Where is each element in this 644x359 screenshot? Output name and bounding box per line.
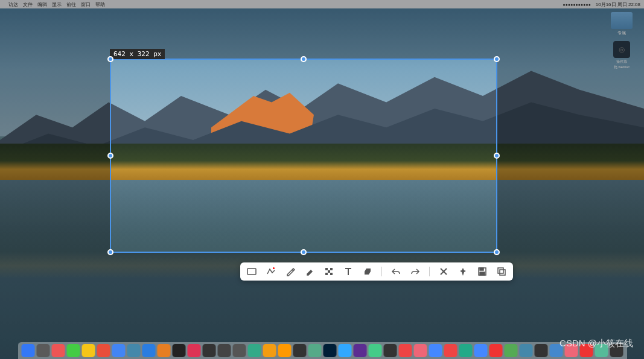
menu-item[interactable]: 文件 <box>23 1 33 8</box>
menu-item[interactable]: 帮助 <box>95 1 105 8</box>
menu-item[interactable]: 访达 <box>8 1 18 8</box>
dock-app-17[interactable] <box>278 344 291 357</box>
dock-app-27[interactable] <box>429 344 442 357</box>
marker-tool-icon[interactable] <box>304 266 315 277</box>
resize-handle-mr[interactable] <box>494 153 500 159</box>
menu-item[interactable]: 显示 <box>52 1 62 8</box>
dock-app-26[interactable] <box>413 344 427 357</box>
desktop-folder[interactable]: 专属 <box>609 12 634 36</box>
pen-tool-icon[interactable] <box>285 266 296 277</box>
dock-app-30[interactable] <box>474 344 487 357</box>
dock-app-28[interactable] <box>444 344 457 357</box>
dock-app-21[interactable] <box>338 344 351 357</box>
macos-dock <box>18 342 626 359</box>
pin-icon[interactable] <box>457 266 468 277</box>
resize-handle-bl[interactable] <box>107 249 113 255</box>
dock-app-22[interactable] <box>353 344 366 357</box>
screenshot-selection[interactable]: 642 x 322 px <box>110 59 497 253</box>
dock-app-20[interactable] <box>323 344 336 357</box>
dock-app-2[interactable] <box>51 344 65 357</box>
svg-rect-8 <box>480 272 485 275</box>
svg-rect-9 <box>498 268 503 273</box>
undo-icon[interactable] <box>391 266 401 277</box>
mosaic-tool-icon[interactable] <box>324 266 334 277</box>
resize-handle-tc[interactable] <box>301 56 307 62</box>
dock-app-24[interactable] <box>383 344 397 357</box>
svg-rect-5 <box>330 273 333 275</box>
svg-rect-0 <box>247 268 256 275</box>
resize-handle-tl[interactable] <box>107 56 113 62</box>
dock-app-32[interactable] <box>504 344 517 357</box>
text-tool-icon[interactable] <box>343 266 354 277</box>
svg-rect-7 <box>480 268 483 270</box>
dock-app-15[interactable] <box>247 344 261 357</box>
dock-app-34[interactable] <box>534 344 547 357</box>
menu-item[interactable]: 编辑 <box>37 1 47 8</box>
menu-item[interactable]: 前往 <box>66 1 76 8</box>
file-label: 操作系统.webloc <box>609 59 634 70</box>
dock-app-1[interactable] <box>36 344 49 357</box>
dock-app-25[interactable] <box>398 344 412 357</box>
dock-app-10[interactable] <box>172 344 185 357</box>
dock-app-3[interactable] <box>66 344 80 357</box>
dock-app-33[interactable] <box>519 344 532 357</box>
copy-icon[interactable] <box>496 266 507 277</box>
folder-icon <box>611 12 633 29</box>
svg-rect-2 <box>330 268 333 270</box>
cancel-icon[interactable] <box>438 266 449 277</box>
desktop-file[interactable]: ◎ 操作系统.webloc <box>609 41 634 70</box>
resize-handle-ml[interactable] <box>107 153 113 159</box>
save-icon[interactable] <box>477 266 488 277</box>
dock-app-5[interactable] <box>97 344 110 357</box>
dock-app-18[interactable] <box>293 344 306 357</box>
dock-app-13[interactable] <box>217 344 231 357</box>
redo-icon[interactable] <box>410 266 421 277</box>
dock-app-19[interactable] <box>308 344 321 357</box>
dock-app-14[interactable] <box>232 344 246 357</box>
eraser-tool-icon[interactable] <box>362 266 373 277</box>
dock-app-31[interactable] <box>489 344 502 357</box>
dock-app-8[interactable] <box>142 344 155 357</box>
macos-menubar: 访达 文件 编辑 显示 前往 窗口 帮助 ●●●●●●●●●●● 10月16日 … <box>0 0 644 8</box>
svg-rect-10 <box>500 270 505 275</box>
dock-app-9[interactable] <box>157 344 170 357</box>
status-icons: ●●●●●●●●●●● <box>563 2 591 7</box>
dock-app-12[interactable] <box>202 344 215 357</box>
toolbar-divider <box>381 267 382 276</box>
resize-handle-tr[interactable] <box>494 56 500 62</box>
dock-app-16[interactable] <box>263 344 276 357</box>
dock-app-0[interactable] <box>21 344 34 357</box>
dock-app-6[interactable] <box>112 344 125 357</box>
svg-rect-1 <box>325 268 328 270</box>
dock-app-23[interactable] <box>368 344 381 357</box>
screenshot-toolbar <box>240 262 513 281</box>
polyline-tool-icon[interactable] <box>266 266 276 277</box>
dock-app-4[interactable] <box>81 344 95 357</box>
resize-handle-bc[interactable] <box>301 249 307 255</box>
file-icon: ◎ <box>613 41 630 58</box>
svg-rect-4 <box>325 273 328 275</box>
selection-size-badge: 642 x 322 px <box>110 49 165 59</box>
folder-label: 专属 <box>609 30 634 36</box>
dock-app-7[interactable] <box>127 344 140 357</box>
menu-item[interactable]: 窗口 <box>81 1 91 8</box>
menubar-clock: 10月16日 周日 22:08 <box>596 1 640 8</box>
rectangle-tool-icon[interactable] <box>246 266 257 277</box>
dock-app-29[interactable] <box>459 344 472 357</box>
toolbar-divider <box>429 267 430 276</box>
svg-rect-3 <box>328 270 330 273</box>
resize-handle-br[interactable] <box>494 249 500 255</box>
dock-app-11[interactable] <box>187 344 200 357</box>
watermark-text: CSDN @小筱在线 <box>560 338 633 349</box>
